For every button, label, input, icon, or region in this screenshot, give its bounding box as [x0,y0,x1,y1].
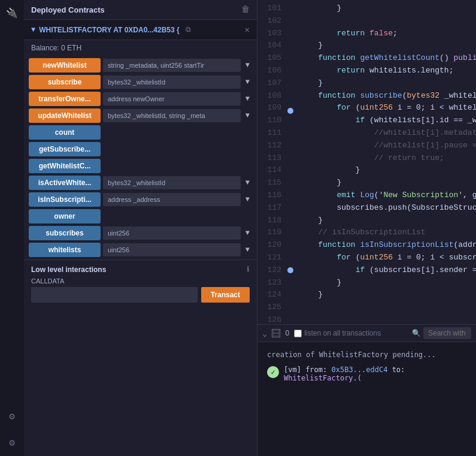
code-line-106: function getWhitelistCount() public v [297,52,476,65]
fn-row-subscribe: subscribe ▼ [29,75,252,89]
contracts-panel: Deployed Contracts 🗑 ▼ WHITELISTFACTORY … [24,0,257,456]
low-level-header: Low level interactions ℹ [31,265,250,274]
fn-btn-newwhitelist[interactable]: newWhitelist [29,58,101,73]
close-instance-icon[interactable]: ✕ [245,25,250,35]
functions-list: newWhitelist ▼ subscribe ▼ transferOwne.… [24,56,257,259]
fn-param-whitelists[interactable] [103,243,241,256]
calldata-input[interactable] [31,287,198,303]
calldata-label: CALLDATA [31,277,250,285]
fn-btn-updatewhitelist[interactable]: updateWhitelist [29,108,101,123]
fn-param-newwhitelist[interactable] [103,59,241,72]
terminal-block-icon[interactable] [272,329,280,337]
fn-row-isactivewhite: isActiveWhite... ▼ [29,176,252,190]
copy-address-icon[interactable]: ⧉ [186,26,191,34]
low-level-title: Low level interactions [31,265,106,274]
fn-btn-whitelists[interactable]: whitelists [29,243,101,257]
calldata-row: Transact [31,287,250,303]
terminal-area: ⌄ 0 listen on all transactions 🔍 creatio… [257,324,476,456]
code-line-126: if (subscribes[i].sender == _ [297,264,476,277]
fn-row-owner: owner [29,209,252,224]
fn-param-transferowner[interactable] [103,92,241,105]
code-line-119: emit Log('New Subscription', gas) [297,189,476,202]
code-line-114: //whitelist[i].pause = _p [297,140,476,152]
instance-name: WHITELISTFACTORY AT 0XDA0...42B53 { [39,26,180,34]
code-line-101: } [297,2,476,15]
terminal-to: to: [387,366,405,374]
settings-top-icon[interactable]: ⚙ [5,409,19,424]
terminal-search-input[interactable] [423,327,471,339]
plugin-icon[interactable]: 🔌 [5,6,19,20]
terminal-fold-icon[interactable]: ⌄ [262,328,267,339]
fn-btn-isactivewhite[interactable]: isActiveWhite... [29,176,101,190]
contracts-header: Deployed Contracts 🗑 [24,0,257,20]
code-view: 101102103104105 106107108109110 11111211… [257,0,476,324]
fn-row-getsubscribe: getSubscribe... [29,142,252,156]
code-line-125: for (uint256 i = 0; i < subscribe [297,252,476,264]
terminal-search: 🔍 [412,327,471,339]
terminal-success-row: ✓ [vm] from: 0x5B3...eddC4 to: Whitelist… [267,366,466,382]
terminal-from-addr: 0x5B3...eddC4 [331,366,387,374]
code-line-117: } [297,177,476,189]
delete-contracts-icon[interactable]: 🗑 [241,5,250,14]
fn-btn-subscribes[interactable]: subscribes [29,226,101,240]
fn-param-subscribes[interactable] [103,227,241,240]
fn-row-subscribes: subscribes ▼ [29,226,252,240]
fn-chevron-isactivewhite[interactable]: ▼ [243,176,252,189]
fn-row-newwhitelist: newWhitelist ▼ [29,58,252,73]
fn-param-isinsubscripti[interactable] [103,193,241,206]
code-line-108: } [297,77,476,90]
fn-param-subscribe[interactable] [103,76,241,89]
fn-btn-isinsubscripti[interactable]: isInSubscripti... [29,192,101,207]
sidebar-icons: 🔌 ⚙ ⚙ [0,0,24,456]
code-content: } return false; } function getWhitelistC… [297,0,476,324]
instance-header: ▼ WHITELISTFACTORY AT 0XDA0...42B53 { ⧉ … [24,20,257,40]
breakpoint-110[interactable] [287,108,293,114]
fn-btn-subscribe[interactable]: subscribe [29,75,101,89]
fn-row-whitelists: whitelists ▼ [29,243,252,257]
fn-chevron-subscribes[interactable]: ▼ [243,227,252,240]
terminal-line-2: [vm] from: 0x5B3...eddC4 to: WhitelistFa… [284,366,466,382]
code-line-102 [297,15,476,28]
terminal-output: creation of WhitelistFactory pending... … [257,342,476,456]
code-line-115: // return true; [297,152,476,165]
fn-row-isinsubscripti: isInSubscripti... ▼ [29,192,252,207]
code-line-107: return whitelists.length; [297,65,476,77]
fn-chevron-newwhitelist[interactable]: ▼ [243,59,252,72]
low-level-section: Low level interactions ℹ CALLDATA Transa… [24,259,257,307]
fn-chevron-whitelists[interactable]: ▼ [243,243,252,256]
terminal-search-icon: 🔍 [412,329,421,338]
fn-chevron-updatewhitelist[interactable]: ▼ [243,109,252,122]
fn-chevron-subscribe[interactable]: ▼ [243,76,252,89]
fn-btn-owner[interactable]: owner [29,209,101,224]
fn-btn-transferowner[interactable]: transferOwne... [29,92,101,106]
terminal-listen-checkbox[interactable] [294,330,302,337]
gutter-col [286,0,297,324]
terminal-listen-text: listen on all transactions [304,329,381,337]
fn-param-updatewhitelist[interactable] [103,109,241,122]
breakpoint-124[interactable] [287,267,293,273]
fn-row-transferowner: transferOwne... ▼ [29,92,252,106]
code-line-120: subscribes.push(SubscribeStruct(_ [297,202,476,215]
terminal-to-contract: WhitelistFactory.( [284,374,362,382]
terminal-line-1: creation of WhitelistFactory pending... [267,349,466,361]
success-check-icon: ✓ [267,366,279,378]
fn-btn-getwhitelistc[interactable]: getWhitelistC... [29,159,101,173]
code-line-128: } [297,289,476,301]
line-numbers: 101102103104105 106107108109110 11111211… [257,0,286,324]
transact-button[interactable]: Transact [201,287,250,303]
code-line-116: } [297,164,476,177]
fn-param-isactivewhite[interactable] [103,176,241,189]
fn-btn-count[interactable]: count [29,125,101,140]
editor-area: 101102103104105 106107108109110 11111211… [257,0,476,456]
fn-row-count: count [29,125,252,140]
settings-bottom-icon[interactable]: ⚙ [5,436,19,450]
fn-chevron-transferowner[interactable]: ▼ [243,92,252,105]
code-line-121: } [297,215,476,227]
terminal-listen-label: listen on all transactions [294,329,381,337]
fn-btn-getsubscribe[interactable]: getSubscribe... [29,142,101,156]
low-level-info-icon[interactable]: ℹ [247,265,250,274]
contract-balance: Balance: 0 ETH [24,40,257,56]
contract-instance: ▼ WHITELISTFACTORY AT 0XDA0...42B53 { ⧉ … [24,20,257,456]
fn-chevron-isinsubscripti[interactable]: ▼ [243,193,252,206]
instance-chevron[interactable]: ▼ [31,26,35,34]
